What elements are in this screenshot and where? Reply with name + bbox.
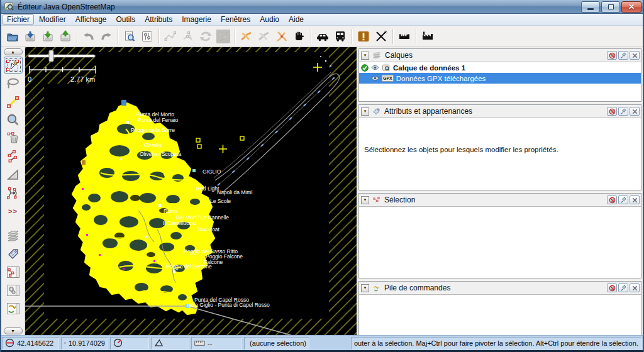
- sticky-button[interactable]: [607, 283, 617, 292]
- restore-icon: [608, 4, 614, 9]
- lasso-tool-button[interactable]: [4, 75, 23, 92]
- close-panel-button[interactable]: [630, 195, 640, 204]
- help-text: outer à la sélection. Maj+Ctrl pour fair…: [354, 339, 638, 347]
- toggle-selection-panel-button[interactable]: [4, 263, 23, 280]
- toggle-changeset-panel-button[interactable]: [4, 300, 23, 317]
- crossed-cutlery-icon: [374, 29, 389, 44]
- preset-warning-button[interactable]: [355, 28, 372, 45]
- select-tool-button[interactable]: [4, 57, 23, 74]
- toggle-command-stack-panel-button[interactable]: [4, 282, 23, 299]
- split-way-button[interactable]: [273, 28, 291, 45]
- open-file-button[interactable]: [4, 28, 21, 45]
- map-view[interactable]: 0 2.77 km Punta del MortoPunta del Fenai…: [25, 47, 357, 335]
- menu-affichage[interactable]: Affichage: [71, 14, 111, 25]
- pin-button[interactable]: [618, 107, 628, 116]
- toggle-tags-panel-button[interactable]: [4, 245, 23, 262]
- sticky-icon: [609, 108, 616, 115]
- more-tools-button[interactable]: >>: [4, 202, 23, 219]
- preset-works-button[interactable]: [419, 28, 436, 45]
- combine-ways-button[interactable]: [238, 28, 255, 45]
- placeholder-icon: [216, 29, 231, 44]
- collapse-button[interactable]: ▼: [361, 52, 369, 60]
- command-stack-icon: [372, 284, 381, 292]
- panel-title: Calques: [385, 51, 606, 60]
- layer-row-data[interactable]: Calque de données 1: [359, 62, 641, 73]
- preferences-button[interactable]: [138, 28, 156, 45]
- visibility-eye-icon[interactable]: [371, 75, 379, 81]
- edit-tool-sidebar: ▲: [1, 47, 25, 335]
- menu-aide[interactable]: Aide: [284, 14, 308, 25]
- menu-modifier[interactable]: Modifier: [35, 14, 70, 25]
- pan-button[interactable]: [291, 28, 308, 45]
- pin-button[interactable]: [618, 51, 628, 60]
- menu-attributs[interactable]: Attributs: [140, 14, 177, 25]
- menu-imagerie[interactable]: Imagerie: [177, 14, 216, 25]
- tag-icon: [372, 107, 381, 116]
- map-place-label: Ruins: [164, 209, 177, 214]
- car-icon: [315, 29, 330, 44]
- menu-fenetres[interactable]: Fenêtres: [216, 14, 255, 25]
- redo-icon: [99, 30, 113, 43]
- pin-icon: [620, 52, 627, 59]
- close-panel-button[interactable]: [630, 107, 640, 116]
- toggle-layers-panel-button[interactable]: [4, 227, 23, 244]
- redo-button[interactable]: [97, 28, 115, 45]
- combine-way-icon: [240, 30, 253, 43]
- unglue-tool-button[interactable]: [4, 148, 23, 165]
- menu-fichier[interactable]: Fichier: [3, 14, 34, 25]
- preset-car-button[interactable]: [314, 28, 331, 45]
- josm-window: Éditeur Java OpenStreetMap ✕ Fichier Mod…: [0, 0, 644, 352]
- preset-bus-button[interactable]: [331, 28, 349, 45]
- menu-audio[interactable]: Audio: [255, 14, 284, 25]
- menu-outils[interactable]: Outils: [112, 14, 140, 25]
- close-panel-button[interactable]: [630, 283, 640, 292]
- extract-node-tool-button[interactable]: [4, 184, 23, 201]
- sticky-button[interactable]: [607, 195, 617, 204]
- zoom-tool-button[interactable]: [4, 111, 23, 128]
- selection-panel: ▼ Sélection: [358, 193, 641, 278]
- latitude-value: 42.4145622: [17, 339, 53, 347]
- title-bar[interactable]: Éditeur Java OpenStreetMap ✕: [1, 0, 643, 14]
- delete-tool-button[interactable]: [4, 129, 23, 146]
- node-way-button-disabled[interactable]: [179, 28, 197, 45]
- open-folder-icon: [6, 30, 19, 43]
- search-presets-button[interactable]: [121, 28, 138, 45]
- undo-button[interactable]: [80, 28, 97, 45]
- close-button[interactable]: ✕: [621, 1, 641, 13]
- save-button[interactable]: [39, 28, 57, 45]
- imagery-placeholder-disabled[interactable]: [214, 28, 232, 45]
- sidebar-scroll-down-button[interactable]: ▼: [4, 327, 23, 334]
- combine-ways-button-disabled[interactable]: [255, 28, 273, 45]
- minimize-button[interactable]: [581, 1, 600, 13]
- collapse-button[interactable]: ▼: [361, 107, 369, 116]
- command-stack-header: ▼ Pile de commandes: [359, 282, 641, 294]
- upload-data-button[interactable]: [57, 28, 74, 45]
- layers-icon: [6, 228, 21, 243]
- merge-ways-button-disabled[interactable]: [162, 28, 179, 45]
- pin-button[interactable]: [618, 195, 628, 204]
- map-place-label: Olivello / Scopeta: [140, 151, 181, 157]
- preset-castle-button[interactable]: [396, 28, 413, 45]
- map-place-label: Red Light: [196, 186, 219, 192]
- minimize-icon: [587, 8, 594, 10]
- layer-row-gpx[interactable]: GPX Données GPX téléchargées: [359, 73, 641, 84]
- sticky-icon: [609, 197, 616, 204]
- collapse-button[interactable]: ▼: [361, 284, 369, 292]
- sticky-button[interactable]: [607, 107, 617, 116]
- close-icon: [632, 285, 638, 291]
- tags-panel-body: Sélectionnez les objets pour lesquels mo…: [359, 118, 641, 190]
- restore-button[interactable]: [601, 1, 620, 13]
- preset-restaurant-button[interactable]: [372, 28, 390, 45]
- tags-panel-header: ▼ Attributs et appartenances: [359, 105, 641, 118]
- update-data-button-disabled[interactable]: [197, 28, 214, 45]
- draw-node-tool-button[interactable]: [4, 93, 23, 110]
- collapse-button[interactable]: ▼: [361, 196, 369, 204]
- sidebar-scroll-up-button[interactable]: ▲: [4, 48, 23, 55]
- download-data-button[interactable]: [21, 28, 39, 45]
- down-arrow-icon: ▼: [11, 329, 15, 333]
- visibility-eye-icon[interactable]: [371, 65, 379, 70]
- sticky-button[interactable]: [607, 51, 617, 60]
- improve-accuracy-tool-button[interactable]: [4, 166, 23, 183]
- pin-button[interactable]: [618, 283, 628, 292]
- close-panel-button[interactable]: [630, 51, 640, 60]
